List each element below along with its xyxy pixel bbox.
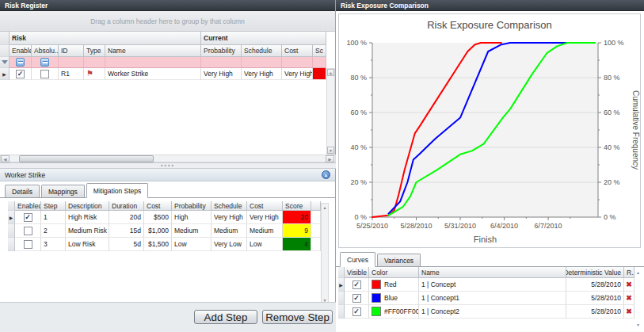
col-description[interactable]: Description bbox=[66, 201, 109, 211]
enabled-checkbox[interactable] bbox=[24, 240, 32, 249]
hscroll-thumb[interactable] bbox=[19, 155, 154, 162]
risk-name-cell[interactable]: Worker Strike bbox=[105, 68, 201, 80]
filter-enabled[interactable] bbox=[10, 57, 32, 68]
curve-remove-cell[interactable]: ✖ bbox=[624, 305, 634, 319]
risk-schedule-cell[interactable]: Very High bbox=[242, 68, 282, 80]
step-number-cell[interactable]: 2 bbox=[41, 224, 66, 238]
col-name[interactable]: Name bbox=[419, 267, 566, 278]
step-cost2-cell[interactable]: Medium bbox=[247, 224, 283, 238]
scroll-up-arrow[interactable]: ▲ bbox=[634, 269, 642, 276]
color-swatch[interactable] bbox=[372, 280, 381, 289]
delete-curve-icon[interactable]: ✖ bbox=[626, 280, 632, 288]
col-cost2[interactable]: Cost bbox=[247, 201, 283, 211]
step-enabled-cell[interactable] bbox=[15, 224, 41, 238]
col-score[interactable]: Sc bbox=[313, 45, 326, 57]
step-description-cell[interactable]: Medium Risk bbox=[66, 224, 109, 238]
scroll-right-arrow[interactable]: ▶ bbox=[326, 155, 334, 162]
col-duration[interactable]: Duration bbox=[109, 201, 144, 211]
step-cost2-cell[interactable]: Very High bbox=[247, 211, 283, 224]
scroll-down-arrow[interactable]: ▼ bbox=[327, 147, 334, 154]
visible-checkbox[interactable] bbox=[352, 307, 361, 316]
risk-absolute-cell[interactable] bbox=[32, 68, 59, 80]
col-probability[interactable]: Probability bbox=[172, 201, 211, 211]
filter-schedule[interactable] bbox=[242, 57, 282, 68]
step-enabled-cell[interactable] bbox=[15, 238, 41, 251]
filter-probability[interactable] bbox=[201, 57, 242, 68]
col-enabled[interactable]: Enabled bbox=[10, 45, 32, 57]
curve-remove-cell[interactable]: ✖ bbox=[624, 278, 634, 292]
col-color[interactable]: Color bbox=[369, 267, 419, 278]
curve-row[interactable]: #FF00FF00 1 | Concept2 5/28/2010 ✖ bbox=[338, 305, 634, 319]
color-swatch[interactable] bbox=[372, 307, 381, 316]
enabled-checkbox[interactable] bbox=[24, 227, 32, 235]
collapse-button[interactable]: ▲ bbox=[322, 170, 330, 179]
curve-row[interactable]: Blue 1 | Concept1 5/28/2010 ✖ bbox=[338, 292, 634, 305]
scroll-left-arrow[interactable]: ◀ bbox=[1, 155, 10, 162]
step-cost-cell[interactable]: $500 bbox=[144, 211, 172, 224]
scroll-up-arrow[interactable]: ▲ bbox=[327, 69, 334, 76]
step-cost-cell[interactable]: $1,500 bbox=[144, 238, 172, 251]
filter-score[interactable] bbox=[313, 57, 326, 68]
absolute-checkbox[interactable] bbox=[40, 70, 49, 78]
mitigation-row[interactable]: ▶ 1 High Risk 20d $500 High Very High Ve… bbox=[8, 211, 321, 224]
visible-checkbox[interactable] bbox=[352, 280, 361, 289]
step-description-cell[interactable]: High Risk bbox=[66, 211, 109, 224]
risk-cost-cell[interactable]: Very High bbox=[282, 68, 313, 80]
step-probability-cell[interactable]: Low bbox=[172, 238, 211, 251]
col-enabled[interactable]: Enabled bbox=[15, 201, 41, 211]
col-type[interactable]: Type bbox=[84, 45, 105, 57]
step-duration-cell[interactable]: 20d bbox=[109, 211, 144, 224]
col-cost[interactable]: Cost bbox=[282, 45, 313, 57]
mitigation-vscrollbar[interactable]: ▲ ▼ bbox=[321, 203, 329, 304]
mitigation-row[interactable]: 3 Low Risk 5d $1,500 Low Very Low Low 4 bbox=[8, 238, 321, 251]
filter-id[interactable] bbox=[59, 57, 84, 68]
enabled-checkbox[interactable] bbox=[24, 213, 32, 222]
register-vscrollbar[interactable]: ▲ ▼ bbox=[326, 68, 335, 155]
filter-checkbox-icon[interactable] bbox=[16, 58, 25, 67]
risk-type-cell[interactable]: ⚑ bbox=[84, 68, 105, 80]
band-header-risk[interactable]: Risk bbox=[10, 32, 201, 45]
tab-curves[interactable]: Curves bbox=[340, 252, 375, 267]
color-swatch[interactable] bbox=[372, 293, 381, 303]
step-description-cell[interactable]: Low Risk bbox=[66, 238, 109, 251]
step-probability-cell[interactable]: Medium bbox=[172, 224, 211, 238]
curve-deterministic-cell[interactable]: 5/28/2010 bbox=[566, 292, 624, 305]
tab-mitigation-steps[interactable]: Mitigation Steps bbox=[86, 183, 148, 198]
step-enabled-cell[interactable] bbox=[15, 211, 41, 224]
step-duration-cell[interactable]: 15d bbox=[109, 224, 144, 238]
tab-mappings[interactable]: Mappings bbox=[41, 185, 85, 197]
step-score-cell[interactable]: 9 bbox=[283, 224, 311, 238]
curve-name-cell[interactable]: 1 | Concept bbox=[419, 278, 566, 292]
curve-color-cell[interactable]: #FF00FF00 bbox=[369, 305, 419, 319]
step-number-cell[interactable]: 1 bbox=[41, 211, 66, 224]
delete-curve-icon[interactable]: ✖ bbox=[626, 307, 632, 315]
curve-name-cell[interactable]: 1 | Concept2 bbox=[419, 305, 566, 319]
curve-remove-cell[interactable]: ✖ bbox=[624, 292, 634, 305]
risk-enabled-cell[interactable] bbox=[10, 68, 32, 80]
col-visible[interactable]: Visible bbox=[345, 267, 369, 278]
curve-color-cell[interactable]: Blue bbox=[369, 292, 419, 305]
scroll-up-arrow[interactable]: ▲ bbox=[322, 204, 328, 211]
curve-name-cell[interactable]: 1 | Concept1 bbox=[419, 292, 566, 305]
risk-probability-cell[interactable]: Very High bbox=[201, 68, 242, 80]
curve-visible-cell[interactable] bbox=[345, 305, 369, 319]
col-schedule[interactable]: Schedule bbox=[242, 45, 282, 57]
step-score-cell[interactable]: 20 bbox=[283, 211, 311, 224]
add-step-button[interactable]: Add Step bbox=[194, 310, 257, 324]
col-deterministic-value[interactable]: Deterministic Value bbox=[566, 267, 624, 278]
curve-deterministic-cell[interactable]: 5/28/2010 bbox=[566, 305, 624, 319]
col-probability[interactable]: Probability bbox=[201, 45, 242, 57]
tab-details[interactable]: Details bbox=[5, 185, 40, 197]
remove-step-button[interactable]: Remove Step bbox=[262, 310, 333, 324]
filter-type[interactable] bbox=[84, 57, 105, 68]
step-cost2-cell[interactable]: Low bbox=[247, 238, 283, 251]
scroll-down-arrow[interactable]: ▼ bbox=[634, 321, 642, 328]
tab-variances[interactable]: Variances bbox=[377, 254, 421, 266]
risk-row[interactable]: ▶ R1 ⚑ Worker Strike Very High Very High… bbox=[0, 68, 335, 80]
register-hscrollbar[interactable]: ◀ ▶ bbox=[0, 155, 336, 162]
risk-id-cell[interactable]: R1 bbox=[59, 68, 84, 80]
col-cost[interactable]: Cost bbox=[144, 201, 172, 211]
step-schedule-cell[interactable]: Very High bbox=[211, 211, 247, 224]
filter-name[interactable] bbox=[105, 57, 201, 68]
enabled-checkbox[interactable] bbox=[16, 70, 25, 78]
